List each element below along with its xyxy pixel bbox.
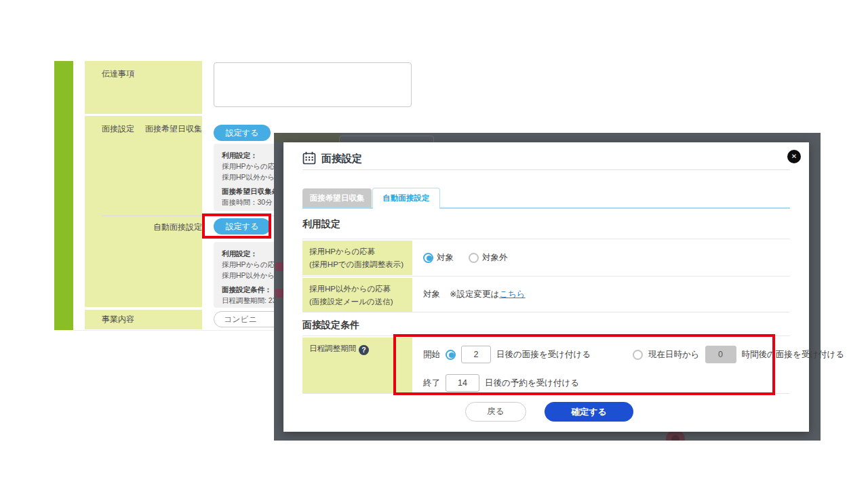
screen: 伝達事項 面接設定 面接希望日収集 設定する 利用設定： 採用HPからの応募(採… xyxy=(0,0,868,488)
alt-suffix: 時間後の面接を受け付ける xyxy=(742,349,844,361)
form-green-sidebar xyxy=(54,61,73,330)
collect-sub-label: 面接希望日収集 xyxy=(102,123,202,135)
radio-exclude[interactable] xyxy=(469,253,479,263)
help-icon[interactable]: ? xyxy=(359,345,369,355)
close-icon[interactable]: ✕ xyxy=(787,150,801,163)
radio-target-label: 対象 xyxy=(437,252,454,264)
row-hp-sublabel: (採用HPでの面接調整表示) xyxy=(309,258,406,271)
row-other-label: 採用HP以外からの応募 xyxy=(309,283,406,296)
backdrop-green-tint xyxy=(274,133,340,142)
notes-label: 伝達事項 xyxy=(102,68,134,80)
row-hp-label: 採用HPからの応募 xyxy=(309,245,406,258)
row-schedule-period: 日程調整期間? 開始 日後の面接を受け付ける 現在日時から 時間後の面接を受け付… xyxy=(302,336,790,394)
start-days-input[interactable] xyxy=(461,346,491,363)
auto-sub-label: 自動面接設定 xyxy=(102,222,202,233)
row-other-value: 対象 xyxy=(423,289,440,300)
end-suffix: 日後の予約を受け付ける xyxy=(485,378,579,389)
modal-header-divider xyxy=(302,169,790,170)
interview-settings-modal: 面接設定 ✕ 面接希望日収集 自動面接設定 利用設定 採用HPからの応募 (採用… xyxy=(283,142,809,432)
period-start-line: 開始 日後の面接を受け付ける 現在日時から 時間後の面接を受け付ける xyxy=(423,346,844,363)
row-hp-content: 対象 対象外 xyxy=(423,239,508,276)
business-label: 事業内容 xyxy=(102,314,134,325)
radio-exclude-label: 対象外 xyxy=(482,252,508,264)
row-period-label: 日程調整期間 xyxy=(309,344,356,352)
start-hours-input[interactable] xyxy=(705,346,736,363)
end-label: 終了 xyxy=(423,378,440,389)
start-suffix: 日後の面接を受け付ける xyxy=(496,349,591,361)
radio-target-selected[interactable] xyxy=(423,253,433,263)
row-other-note: ※設定変更は xyxy=(450,289,499,300)
end-days-input[interactable] xyxy=(446,374,479,392)
dimmed-floating-button-inner xyxy=(671,435,679,441)
period-end-line: 終了 日後の予約を受け付ける xyxy=(423,374,579,392)
alt-label: 現在日時から xyxy=(648,349,700,361)
row-other-content: 対象 ※設定変更は こちら xyxy=(423,277,526,312)
radio-start-hours[interactable] xyxy=(633,350,643,360)
row-hp-application: 採用HPからの応募 (採用HPでの面接調整表示) 対象 対象外 xyxy=(302,239,790,276)
modal-title: 面接設定 xyxy=(321,152,362,165)
section-usage-title: 利用設定 xyxy=(302,218,340,230)
interview-label-cell xyxy=(85,116,202,307)
collect-settings-button[interactable]: 設定する xyxy=(214,125,271,141)
notes-textarea[interactable] xyxy=(214,62,412,107)
row-other-label-cell: 採用HP以外からの応募 (面接設定メールの送信) xyxy=(302,278,412,312)
interview-sub-divider xyxy=(102,216,274,216)
calendar-icon xyxy=(302,151,316,165)
tab-auto-interview[interactable]: 自動面接設定 xyxy=(372,188,440,209)
confirm-button[interactable]: 確定する xyxy=(545,402,633,422)
back-button[interactable]: 戻る xyxy=(465,402,526,422)
row-other-application: 採用HP以外からの応募 (面接設定メールの送信) 対象 ※設定変更は こちら xyxy=(302,276,790,312)
section-condition-title: 面接設定条件 xyxy=(302,319,359,331)
tab-collect-dates[interactable]: 面接希望日収集 xyxy=(302,188,372,207)
row-hp-label-cell: 採用HPからの応募 (採用HPでの面接調整表示) xyxy=(302,241,412,275)
row-period-label-cell: 日程調整期間? xyxy=(302,338,412,393)
start-label: 開始 xyxy=(423,349,440,361)
radio-start-days-selected[interactable] xyxy=(446,350,456,360)
settings-change-link[interactable]: こちら xyxy=(499,289,525,300)
row-other-sublabel: (面接設定メールの送信) xyxy=(309,296,406,308)
auto-settings-button[interactable]: 設定する xyxy=(214,218,271,235)
